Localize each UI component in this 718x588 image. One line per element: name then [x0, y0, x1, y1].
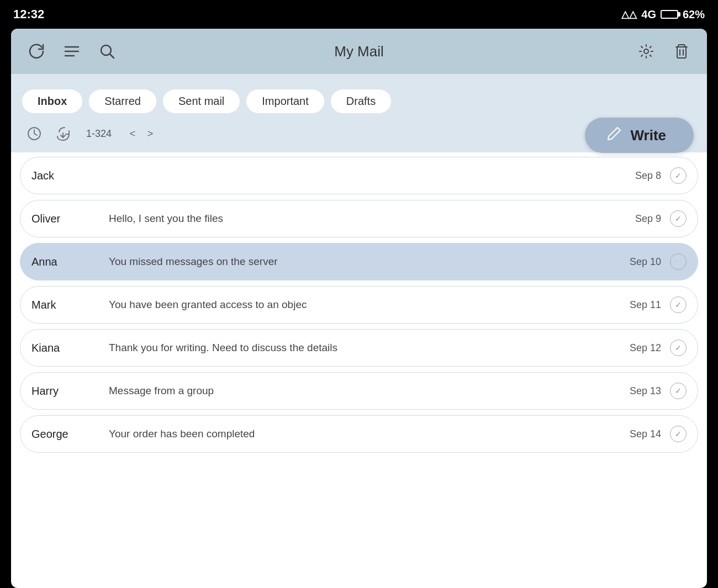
- mail-item[interactable]: Oliver Hello, I sent you the files Sep 9…: [20, 200, 698, 237]
- mail-preview: Hello, I sent you the files: [109, 213, 635, 225]
- mail-date: Sep 9: [635, 213, 661, 225]
- svg-point-5: [644, 49, 648, 54]
- pencil-icon: [607, 126, 621, 144]
- mail-sender: Harry: [31, 385, 98, 398]
- mail-sender: Mark: [31, 299, 98, 311]
- nav-arrows: < >: [125, 126, 158, 141]
- mail-date: Sep 11: [630, 299, 661, 311]
- tab-bar: Inbox Starred Sent mail Important Drafts: [11, 74, 707, 118]
- mail-sender: Oliver: [31, 213, 98, 225]
- status-bar: 12:32 △△ 4G 62%: [0, 0, 718, 29]
- trash-button[interactable]: [669, 39, 694, 63]
- mail-item[interactable]: Kiana Thank you for writing. Need to dis…: [20, 329, 698, 367]
- tab-starred[interactable]: Starred: [89, 89, 156, 113]
- header-right-icons: [634, 39, 694, 63]
- tab-drafts[interactable]: Drafts: [331, 89, 391, 113]
- wifi-icon: △△: [621, 8, 637, 20]
- check-button[interactable]: ✓: [670, 426, 687, 442]
- refresh-button[interactable]: [24, 39, 49, 63]
- history-icon[interactable]: [24, 124, 44, 144]
- toolbar-row: 1-324 < > Write: [11, 118, 707, 152]
- settings-button[interactable]: [634, 39, 658, 63]
- time-display: 12:32: [13, 7, 44, 22]
- mail-preview: You have been granted access to an objec: [109, 299, 630, 311]
- mail-preview: Your order has been completed: [109, 428, 630, 440]
- write-button[interactable]: Write: [585, 118, 694, 153]
- check-button[interactable]: ✓: [670, 167, 687, 184]
- search-button[interactable]: [95, 39, 119, 63]
- mail-date: Sep 10: [630, 256, 661, 268]
- mail-date: Sep 12: [630, 342, 661, 354]
- check-button[interactable]: ✓: [670, 296, 687, 313]
- mail-preview: Thank you for writing. Need to discuss t…: [109, 342, 630, 354]
- mail-item[interactable]: Jack Sep 8 ✓: [20, 157, 698, 194]
- mail-date: Sep 8: [635, 170, 661, 182]
- next-arrow[interactable]: >: [142, 126, 158, 141]
- mail-preview: Message from a group: [109, 385, 630, 397]
- mail-date: Sep 14: [630, 428, 661, 440]
- svg-line-4: [110, 54, 114, 58]
- mail-item[interactable]: Harry Message from a group Sep 13 ✓: [20, 372, 698, 410]
- app-frame: My Mail Inbox St: [11, 29, 707, 588]
- check-button[interactable]: ✓: [670, 383, 687, 399]
- header-left-icons: [24, 39, 119, 63]
- mail-item[interactable]: Mark You have been granted access to an …: [20, 286, 698, 324]
- tab-important[interactable]: Important: [246, 89, 324, 113]
- battery-icon: [661, 10, 678, 19]
- mail-sender: Kiana: [31, 342, 98, 354]
- check-button[interactable]: ✓: [670, 210, 687, 227]
- mail-preview: You missed messages on the server: [109, 256, 630, 268]
- mail-sender: Jack: [31, 169, 98, 182]
- mail-sender: Anna: [31, 256, 98, 268]
- mail-count: 1-324: [86, 128, 112, 140]
- menu-button[interactable]: [60, 39, 84, 63]
- mail-item[interactable]: George Your order has been completed Sep…: [20, 415, 698, 453]
- signal-label: 4G: [641, 8, 656, 21]
- sync-icon[interactable]: [53, 124, 73, 144]
- battery-label: 62%: [683, 8, 705, 21]
- mail-item[interactable]: Anna You missed messages on the server S…: [20, 243, 698, 280]
- mail-date: Sep 13: [630, 385, 661, 397]
- tab-sent[interactable]: Sent mail: [163, 89, 240, 113]
- write-label: Write: [630, 127, 666, 144]
- mail-list: Jack Sep 8 ✓ Oliver Hello, I sent you th…: [11, 152, 707, 463]
- svg-rect-6: [677, 47, 686, 58]
- mail-sender: George: [31, 428, 98, 441]
- tab-inbox[interactable]: Inbox: [22, 89, 82, 113]
- app-header: My Mail: [11, 29, 707, 74]
- check-button[interactable]: [670, 253, 687, 270]
- header-title: My Mail: [334, 43, 384, 60]
- check-button[interactable]: ✓: [670, 340, 687, 356]
- prev-arrow[interactable]: <: [125, 126, 140, 141]
